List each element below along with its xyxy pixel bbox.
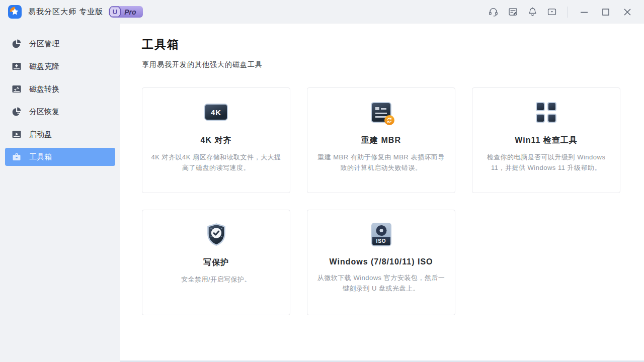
windows-iso-icon: ISO: [307, 222, 455, 247]
card-description: 安全禁用/开启写保护。: [142, 275, 290, 285]
4k-align-icon: 4K: [142, 100, 290, 125]
sidebar-item-label: 磁盘克隆: [29, 62, 59, 71]
card-title: 4K 对齐: [142, 135, 290, 146]
maximize-button[interactable]: [600, 7, 611, 18]
sidebar-item-partition-management[interactable]: 分区管理: [5, 35, 115, 53]
main-content: 工具箱 享用易我开发的其他强大的磁盘工具 4K 4K 对齐 4K 对齐以4K 扇…: [120, 24, 644, 362]
page-subtitle: 享用易我开发的其他强大的磁盘工具: [142, 60, 263, 69]
titlebar-separator: [568, 7, 568, 18]
card-description: 重建 MBR 有助于修复由 MBR 表损坏而导致的计算机启动失败错误。: [307, 152, 455, 173]
card-description: 从微软下载 Windows 官方安装包，然后一键刻录到 U 盘或光盘上。: [307, 273, 455, 294]
card-title: Windows (7/8/10/11) ISO: [307, 257, 455, 266]
pie-chart-icon: [12, 39, 22, 49]
svg-text:U: U: [113, 8, 117, 16]
4k-icon-text: 4K: [204, 104, 228, 121]
sidebar-item-label: 分区恢复: [29, 107, 59, 117]
iso-icon-text: ISO: [372, 237, 390, 245]
sidebar-item-partition-recovery[interactable]: 分区恢复: [5, 103, 115, 121]
win11-checker-icon: [472, 100, 620, 125]
write-protection-icon: [142, 222, 290, 247]
sidebar-item-label: 分区管理: [29, 39, 59, 49]
boot-disk-icon: [12, 129, 22, 139]
card-title: 重建 MBR: [307, 135, 455, 146]
sidebar-item-boot-disk[interactable]: 启动盘: [5, 125, 115, 143]
card-win11-checker[interactable]: Win11 检查工具 检查你的电脑是否可以升级到 Windows 11，并提供 …: [472, 87, 620, 193]
sidebar-item-label: 磁盘转换: [29, 84, 59, 94]
page-title: 工具箱: [142, 37, 180, 52]
sidebar-item-label: 工具箱: [29, 152, 52, 162]
sidebar-item-disk-clone[interactable]: 磁盘克隆: [5, 57, 115, 75]
pro-u-emblem-icon: U: [108, 6, 122, 20]
headset-icon[interactable]: [488, 7, 499, 18]
bell-icon[interactable]: [527, 7, 538, 18]
titlebar-right: [479, 7, 644, 18]
disk-clone-icon: [12, 61, 22, 71]
tool-cards: 4K 4K 对齐 4K 对齐以4K 扇区存储和读取文件，大大提高了磁盘的读写速度…: [142, 87, 638, 332]
disk-convert-icon: [12, 84, 22, 94]
feedback-icon[interactable]: [507, 7, 518, 18]
card-windows-iso[interactable]: ISO Windows (7/8/10/11) ISO 从微软下载 Window…: [307, 210, 455, 315]
app-logo-icon: [8, 5, 22, 19]
pro-badge-label: Pro: [124, 8, 136, 16]
titlebar: 易我分区大师 专业版 U Pro: [0, 0, 644, 24]
card-rebuild-mbr[interactable]: 重建 MBR 重建 MBR 有助于修复由 MBR 表损坏而导致的计算机启动失败错…: [307, 87, 455, 193]
refresh-badge-icon: [384, 115, 394, 125]
close-button[interactable]: [622, 7, 633, 18]
app-title: 易我分区大师 专业版: [28, 7, 103, 17]
card-title: Win11 检查工具: [472, 135, 620, 146]
card-description: 检查你的电脑是否可以升级到 Windows 11，并提供 Windows 11 …: [472, 152, 620, 173]
toolbox-icon: [12, 152, 22, 162]
card-description: 4K 对齐以4K 扇区存储和读取文件，大大提高了磁盘的读写速度。: [142, 152, 290, 173]
titlebar-left: 易我分区大师 专业版 U Pro: [0, 5, 143, 19]
card-4k-alignment[interactable]: 4K 4K 对齐 4K 对齐以4K 扇区存储和读取文件，大大提高了磁盘的读写速度…: [142, 87, 290, 193]
rebuild-mbr-icon: [307, 100, 455, 125]
pro-badge: U Pro: [110, 6, 142, 18]
sidebar: 分区管理 磁盘克隆 磁盘转换: [0, 24, 120, 362]
minimize-button[interactable]: [579, 7, 590, 18]
card-write-protection[interactable]: 写保护 安全禁用/开启写保护。: [142, 210, 290, 315]
sidebar-item-toolbox[interactable]: 工具箱: [5, 148, 115, 166]
card-title: 写保护: [142, 257, 290, 268]
sidebar-item-label: 启动盘: [29, 130, 52, 139]
menu-dropdown-icon[interactable]: [546, 7, 557, 18]
sidebar-item-disk-convert[interactable]: 磁盘转换: [5, 80, 115, 98]
partition-recovery-icon: [12, 107, 22, 117]
